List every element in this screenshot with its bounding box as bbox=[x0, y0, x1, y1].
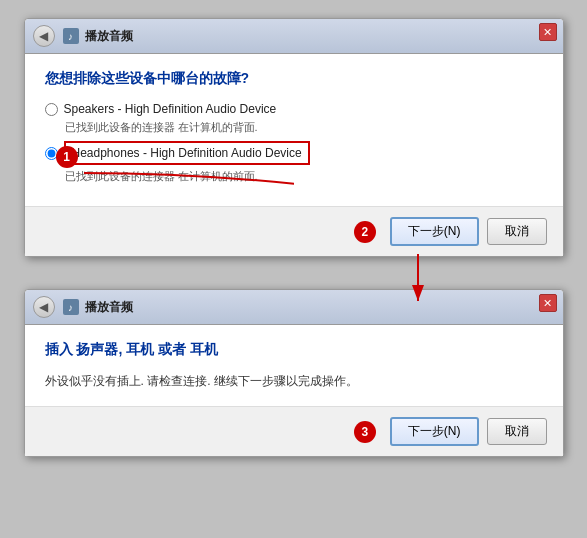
headphones-label-box: Headphones - High Definition Audio Devic… bbox=[64, 141, 310, 165]
option-headphones[interactable]: Headphones - High Definition Audio Devic… bbox=[45, 141, 543, 165]
dialog-2-content: 插入 扬声器, 耳机 或者 耳机 外设似乎没有插上. 请检查连接. 继续下一步骤… bbox=[25, 325, 563, 406]
dialog-1-question: 您想排除这些设备中哪台的故障? bbox=[45, 70, 543, 88]
next-button-1[interactable]: 下一步(N) bbox=[390, 217, 479, 246]
dialog-1-footer: 2 下一步(N) 取消 bbox=[25, 206, 563, 256]
dialog-1: ◀ ♪ 播放音频 ✕ 您想排除这些设备中哪台的故障? Speakers - Hi… bbox=[24, 8, 564, 267]
cancel-button-1[interactable]: 取消 bbox=[487, 218, 547, 245]
back-button-1[interactable]: ◀ bbox=[33, 25, 55, 47]
audio-icon-1: ♪ bbox=[63, 28, 79, 44]
title-bar-1: ◀ ♪ 播放音频 ✕ bbox=[25, 19, 563, 54]
radio-speakers[interactable] bbox=[45, 103, 58, 116]
headphones-subtext: 已找到此设备的连接器 在计算机的前面. bbox=[65, 169, 543, 184]
speakers-subtext: 已找到此设备的连接器 在计算机的背面. bbox=[65, 120, 543, 135]
dialog-1-content: 您想排除这些设备中哪台的故障? Speakers - High Definiti… bbox=[25, 54, 563, 206]
title-1: 播放音频 bbox=[85, 28, 133, 45]
title-bar-2: ◀ ♪ 播放音频 ✕ bbox=[25, 290, 563, 325]
dialog-2: ◀ ♪ 播放音频 ✕ 插入 扬声器, 耳机 或者 耳机 外设似乎没有插上. 请检… bbox=[24, 279, 564, 467]
back-button-2[interactable]: ◀ bbox=[33, 296, 55, 318]
audio-icon-2: ♪ bbox=[63, 299, 79, 315]
dialog-1-window: ◀ ♪ 播放音频 ✕ 您想排除这些设备中哪台的故障? Speakers - Hi… bbox=[24, 18, 564, 257]
badge-1: 1 bbox=[56, 146, 78, 168]
next-button-2[interactable]: 下一步(N) bbox=[390, 417, 479, 446]
dialog-2-heading: 插入 扬声器, 耳机 或者 耳机 bbox=[45, 341, 543, 359]
option-speakers[interactable]: Speakers - High Definition Audio Device bbox=[45, 102, 543, 116]
cancel-button-2[interactable]: 取消 bbox=[487, 418, 547, 445]
close-button-1[interactable]: ✕ bbox=[539, 23, 557, 41]
headphones-label: Headphones - High Definition Audio Devic… bbox=[72, 146, 302, 160]
badge-3: 3 bbox=[354, 421, 376, 443]
dialog-2-window: ◀ ♪ 播放音频 ✕ 插入 扬声器, 耳机 或者 耳机 外设似乎没有插上. 请检… bbox=[24, 289, 564, 457]
dialog-2-footer: 3 下一步(N) 取消 bbox=[25, 406, 563, 456]
title-2: 播放音频 bbox=[85, 299, 133, 316]
speakers-label: Speakers - High Definition Audio Device bbox=[64, 102, 277, 116]
badge-2: 2 bbox=[354, 221, 376, 243]
close-button-2[interactable]: ✕ bbox=[539, 294, 557, 312]
dialog-2-body: 外设似乎没有插上. 请检查连接. 继续下一步骤以完成操作。 bbox=[45, 373, 543, 390]
